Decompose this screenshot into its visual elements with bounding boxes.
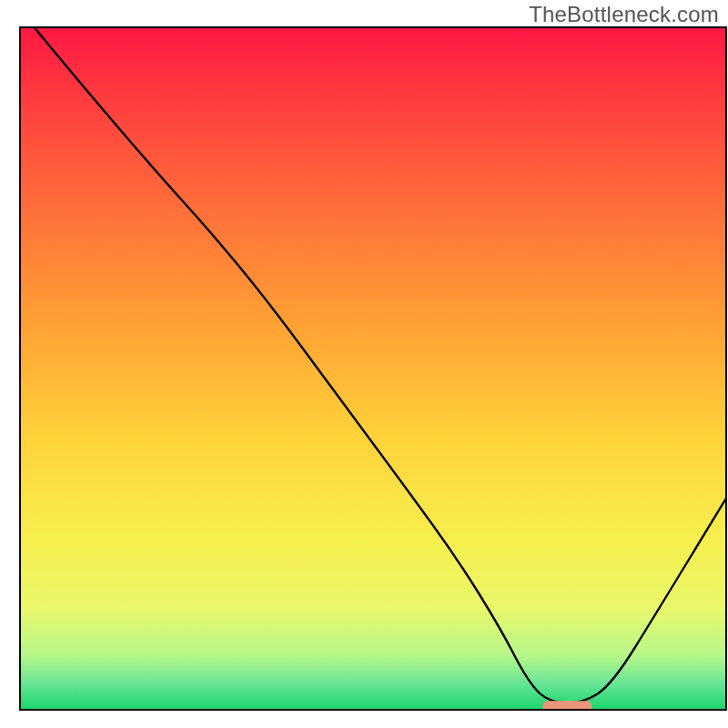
bottleneck-plot [0,0,728,728]
chart-stage: TheBottleneck.com [0,0,728,728]
gradient-background [20,27,726,710]
